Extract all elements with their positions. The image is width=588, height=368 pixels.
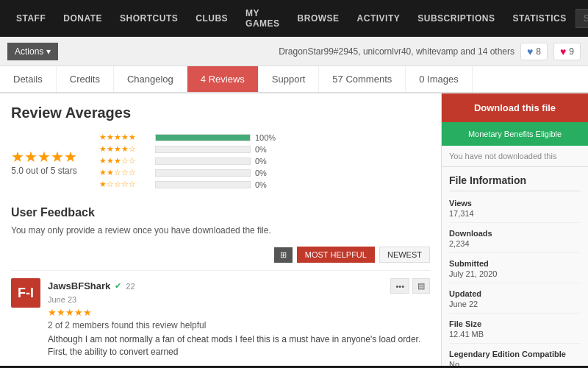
review-more-button[interactable]: ••• <box>390 278 409 294</box>
overall-rating: ★★★★★ 5.0 out of 5 stars <box>11 148 77 176</box>
info-row-downloads: Downloads 2,234 <box>449 229 581 253</box>
nav-my-games[interactable]: MY GAMES <box>237 8 289 29</box>
bar-stars-2: ★★☆☆☆ <box>99 168 151 177</box>
search-input[interactable] <box>576 9 588 28</box>
info-value-filesize: 12.41 MB <box>449 330 581 339</box>
rating-summary: ★★★★★ 5.0 out of 5 stars ★★★★★ 100% ★★★★… <box>11 132 430 191</box>
bar-track-2 <box>155 169 251 177</box>
review-flag-button[interactable]: ▤ <box>412 278 430 294</box>
sort-most-helpful[interactable]: MOST HELPFUL <box>297 247 375 263</box>
sort-area: ⊞ MOST HELPFUL NEWEST <box>11 247 430 263</box>
sort-newest[interactable]: NEWEST <box>379 247 430 263</box>
bar-stars-3: ★★★☆☆ <box>99 156 151 166</box>
info-value-submitted: July 21, 2020 <box>449 269 581 278</box>
bar-pct-1: 0% <box>255 180 277 189</box>
heart-count: 9 <box>569 46 574 57</box>
review-stars: ★★★★★ <box>48 307 430 318</box>
bar-track-5 <box>155 134 251 141</box>
info-row-updated: Updated June 22 <box>449 289 581 314</box>
not-downloaded-text: You have not downloaded this <box>442 146 588 167</box>
right-panel: Download this file Monetary Benefits Eli… <box>441 93 588 366</box>
review-item: F-l JawsBFShark ✔ 22 ••• ▤ June 23 ★★★★★… <box>11 270 430 358</box>
review-actions: ••• ▤ <box>390 278 430 294</box>
info-label-compatible: Legendary Edition Compatible <box>449 350 581 358</box>
bar-stars-5: ★★★★★ <box>99 132 151 142</box>
info-row-views: Views 17,314 <box>449 199 581 223</box>
bar-pct-3: 0% <box>255 157 277 166</box>
nav-staff[interactable]: STAFF <box>7 13 54 24</box>
info-label-filesize: File Size <box>449 319 581 328</box>
verified-badge: ✔ <box>115 281 121 291</box>
nav-donate[interactable]: DONATE <box>54 13 111 24</box>
bar-fill-5 <box>156 135 250 141</box>
info-label-downloads: Downloads <box>449 229 581 238</box>
info-label-submitted: Submitted <box>449 259 581 268</box>
nav-shortcuts[interactable]: SHORTCUTS <box>111 13 187 24</box>
review-text: Although I am not normally a fan of chea… <box>48 333 430 358</box>
bar-stars-1: ★☆☆☆☆ <box>99 180 151 189</box>
nav-browse[interactable]: BROWSE <box>289 13 348 24</box>
info-row-submitted: Submitted July 21, 2020 <box>449 259 581 283</box>
nav-subscriptions[interactable]: SUBSCRIPTIONS <box>409 13 503 24</box>
review-date: June 23 <box>48 295 430 304</box>
like-button[interactable]: ♥ 8 <box>520 43 548 60</box>
info-value-views: 17,314 <box>449 209 581 218</box>
reviewer-name: JawsBFShark <box>48 280 110 291</box>
monetary-button[interactable]: Monetary Benefits Eligible <box>442 122 588 146</box>
avatar: F-l <box>11 278 40 308</box>
bar-stars-4: ★★★★☆ <box>99 144 151 154</box>
download-button[interactable]: Download this file <box>442 93 588 122</box>
review-body: JawsBFShark ✔ 22 ••• ▤ June 23 ★★★★★ 2 o… <box>48 278 430 358</box>
info-value-compatible: No <box>449 360 581 366</box>
info-value-updated: June 22 <box>449 300 581 308</box>
info-label-updated: Updated <box>449 289 581 298</box>
bar-row-1: ★☆☆☆☆ 0% <box>99 180 430 189</box>
like-count: 8 <box>536 46 541 57</box>
endorsement-count: 22 <box>126 282 135 291</box>
actions-label: Actions ▾ <box>15 46 51 57</box>
tab-reviews[interactable]: 4 Reviews <box>187 66 259 92</box>
review-header: JawsBFShark ✔ 22 ••• ▤ <box>48 278 430 294</box>
bar-row-2: ★★☆☆☆ 0% <box>99 168 430 177</box>
tabs-bar: Details Credits Changelog 4 Reviews Supp… <box>0 66 588 93</box>
bar-track-1 <box>155 181 251 188</box>
info-label-views: Views <box>449 199 581 208</box>
info-value-downloads: 2,234 <box>449 239 581 248</box>
like-heart-icon: ♥ <box>527 46 533 57</box>
likes-area: DragonStar99#2945, unicornlvr40, whiteva… <box>279 43 581 60</box>
tab-credits[interactable]: Credits <box>57 66 114 92</box>
nav-clubs[interactable]: CLUBS <box>187 13 237 24</box>
overall-text: 5.0 out of 5 stars <box>11 166 77 176</box>
bar-pct-4: 0% <box>255 145 277 154</box>
tab-support[interactable]: Support <box>259 66 320 92</box>
top-navigation: STAFF DONATE SHORTCUTS CLUBS MY GAMES BR… <box>0 0 588 37</box>
bar-pct-2: 0% <box>255 169 277 177</box>
heart-button[interactable]: ♥ 9 <box>553 43 581 60</box>
bar-pct-5: 100% <box>255 133 277 142</box>
helpful-text: 2 of 2 members found this review helpful <box>48 320 430 330</box>
info-row-compatible: Legendary Edition Compatible No <box>449 350 581 366</box>
bar-row-3: ★★★☆☆ 0% <box>99 156 430 166</box>
actions-bar: Actions ▾ DragonStar99#2945, unicornlvr4… <box>0 37 588 66</box>
main-content: Review Averages ★★★★★ 5.0 out of 5 stars… <box>0 93 588 366</box>
bar-track-3 <box>155 158 251 165</box>
file-info-title: File Information <box>449 174 581 191</box>
actions-button[interactable]: Actions ▾ <box>7 43 58 60</box>
tab-changelog[interactable]: Changelog <box>114 66 187 92</box>
likes-users-text: DragonStar99#2945, unicornlvr40, whiteva… <box>279 46 514 57</box>
tab-images[interactable]: 0 Images <box>406 66 472 92</box>
overall-stars: ★★★★★ <box>11 148 77 166</box>
tab-comments[interactable]: 57 Comments <box>319 66 406 92</box>
file-info-section: File Information Views 17,314 Downloads … <box>442 167 588 366</box>
review-averages-title: Review Averages <box>11 105 430 121</box>
heart-icon: ♥ <box>560 46 566 57</box>
nav-statistics[interactable]: STATISTICS <box>503 13 575 24</box>
rating-bars: ★★★★★ 100% ★★★★☆ 0% ★★★☆☆ <box>99 132 430 191</box>
nav-activity[interactable]: ACTIVITY <box>348 13 409 24</box>
bar-row-4: ★★★★☆ 0% <box>99 144 430 154</box>
feedback-note: You may only provide a review once you h… <box>11 225 430 236</box>
left-panel: Review Averages ★★★★★ 5.0 out of 5 stars… <box>0 93 441 366</box>
tab-details[interactable]: Details <box>0 66 57 92</box>
bar-track-4 <box>155 146 251 153</box>
sort-icon-button[interactable]: ⊞ <box>274 247 293 263</box>
